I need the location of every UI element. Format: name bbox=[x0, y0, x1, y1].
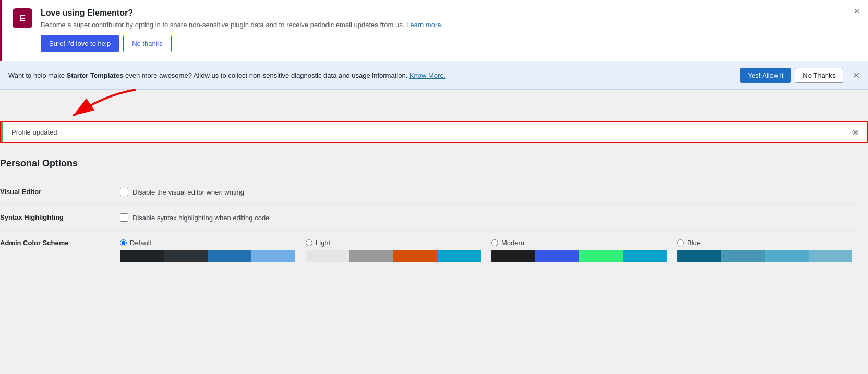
color-swatches-modern bbox=[491, 250, 667, 262]
visual-editor-option: Disable the visual editor when writing bbox=[120, 188, 852, 196]
elementor-banner: E Love using Elementor? Become a super c… bbox=[0, 0, 868, 61]
color-scheme-radio-default[interactable] bbox=[120, 239, 127, 246]
visual-editor-row: Visual Editor Disable the visual editor … bbox=[0, 179, 858, 205]
color-swatches-default bbox=[120, 250, 295, 262]
profile-updated-wrapper: Profile updated. ⊗ bbox=[0, 121, 868, 143]
visual-editor-checkbox[interactable] bbox=[120, 188, 128, 196]
profile-updated-text: Profile updated. bbox=[11, 128, 847, 136]
color-scheme-label-blue[interactable]: Blue bbox=[677, 239, 852, 247]
color-swatch bbox=[208, 250, 251, 262]
arrow-annotation bbox=[0, 90, 868, 121]
color-swatch bbox=[251, 250, 295, 262]
syntax-highlighting-label: Syntax Highlighting bbox=[0, 205, 115, 231]
elementor-learn-more-link[interactable]: Learn more. bbox=[406, 21, 443, 29]
syntax-highlighting-option: Disable syntax highlighting when editing… bbox=[120, 213, 852, 222]
color-scheme-radio-modern[interactable] bbox=[491, 239, 498, 246]
color-scheme-name-default: Default bbox=[130, 239, 151, 247]
color-swatch bbox=[765, 250, 809, 262]
color-scheme-name-blue: Blue bbox=[687, 239, 701, 247]
color-swatches-light bbox=[306, 250, 481, 262]
color-scheme-grid: DefaultLightModernBlue bbox=[120, 239, 852, 262]
elementor-close-button[interactable]: × bbox=[854, 6, 860, 16]
color-scheme-name-modern: Modern bbox=[501, 239, 524, 247]
admin-color-scheme-row: Admin Color Scheme DefaultLightModernBlu… bbox=[0, 231, 858, 271]
color-scheme-name-light: Light bbox=[316, 239, 330, 247]
color-swatch bbox=[535, 250, 579, 262]
color-scheme-radio-blue[interactable] bbox=[677, 239, 684, 246]
admin-color-scheme-label: Admin Color Scheme bbox=[0, 231, 115, 271]
color-scheme-item-blue: Blue bbox=[677, 239, 852, 262]
profile-close-button[interactable]: ⊗ bbox=[852, 127, 859, 137]
starter-banner-buttons: Yes! Allow it No Thanks bbox=[740, 68, 843, 83]
color-swatch bbox=[623, 250, 667, 262]
syntax-highlighting-row: Syntax Highlighting Disable syntax highl… bbox=[0, 205, 858, 231]
color-scheme-label-light[interactable]: Light bbox=[306, 239, 481, 247]
starter-close-button[interactable]: ✕ bbox=[853, 70, 860, 80]
color-swatch bbox=[721, 250, 765, 262]
color-swatch bbox=[491, 250, 535, 262]
starter-no-button[interactable]: No Thanks bbox=[795, 68, 843, 83]
elementor-banner-buttons: Sure! I'd love to help No thanks bbox=[41, 35, 443, 52]
color-scheme-label-default[interactable]: Default bbox=[120, 239, 295, 247]
color-swatch bbox=[579, 250, 623, 262]
elementor-banner-desc: Become a super contributor by opting in … bbox=[41, 21, 443, 29]
color-scheme-item-default: Default bbox=[120, 239, 295, 262]
starter-banner-highlight: Starter Templates bbox=[67, 71, 124, 79]
color-scheme-item-modern: Modern bbox=[491, 239, 667, 262]
main-content: Personal Options Visual Editor Disable t… bbox=[0, 148, 868, 282]
color-swatch bbox=[677, 250, 721, 262]
elementor-banner-title: Love using Elementor? bbox=[41, 8, 443, 18]
personal-options-title: Personal Options bbox=[0, 158, 858, 169]
profile-updated-notice: Profile updated. ⊗ bbox=[1, 122, 867, 142]
elementor-no-button[interactable]: No thanks bbox=[123, 35, 172, 52]
starter-banner-text: Want to help make Starter Templates even… bbox=[8, 71, 730, 79]
color-scheme-radio-light[interactable] bbox=[306, 239, 312, 246]
color-swatch bbox=[306, 250, 349, 262]
starter-know-more-link[interactable]: Know More. bbox=[409, 71, 445, 79]
visual-editor-label: Visual Editor bbox=[0, 179, 115, 205]
color-swatch bbox=[349, 250, 393, 262]
color-scheme-item-light: Light bbox=[306, 239, 481, 262]
color-swatch bbox=[809, 250, 852, 262]
color-swatch bbox=[393, 250, 437, 262]
elementor-yes-button[interactable]: Sure! I'd love to help bbox=[41, 35, 119, 52]
starter-yes-button[interactable]: Yes! Allow it bbox=[740, 68, 791, 83]
color-scheme-label-modern[interactable]: Modern bbox=[491, 239, 667, 247]
color-swatch bbox=[120, 250, 164, 262]
elementor-logo: E bbox=[13, 8, 32, 28]
visual-editor-checkbox-label: Disable the visual editor when writing bbox=[132, 188, 244, 196]
color-swatch bbox=[164, 250, 208, 262]
personal-options-table: Visual Editor Disable the visual editor … bbox=[0, 179, 858, 271]
color-swatch bbox=[437, 250, 481, 262]
syntax-highlighting-checkbox[interactable] bbox=[120, 213, 128, 222]
syntax-highlighting-checkbox-label: Disable syntax highlighting when editing… bbox=[132, 214, 269, 222]
elementor-banner-content: Love using Elementor? Become a super con… bbox=[41, 8, 443, 52]
red-arrow-icon bbox=[42, 85, 146, 126]
starter-templates-banner: Want to help make Starter Templates even… bbox=[0, 62, 868, 90]
color-swatches-blue bbox=[677, 250, 852, 262]
